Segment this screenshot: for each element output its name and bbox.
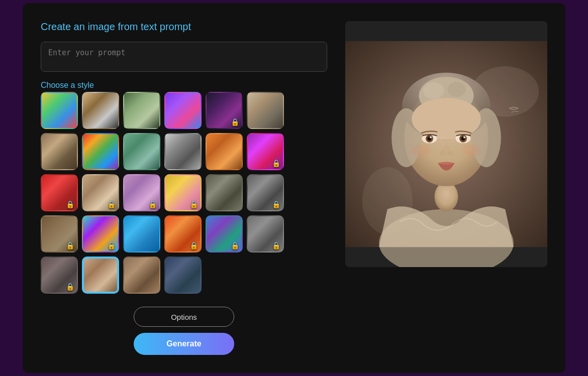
lock-icon-purple-lock: 🔒 <box>272 159 280 167</box>
lock-icon-portrait: 🔒 <box>231 118 239 126</box>
style-tile-colorful[interactable] <box>41 92 78 129</box>
style-tile-smoke[interactable]: 🔒 <box>247 174 284 211</box>
style-tile-red-face[interactable]: 🔒 <box>41 174 78 211</box>
svg-point-23 <box>412 145 430 156</box>
style-tile-bg-colorful <box>42 93 77 128</box>
prompt-input[interactable] <box>41 42 327 72</box>
style-tile-vintage[interactable] <box>247 92 284 129</box>
style-tile-spiral[interactable] <box>164 133 202 170</box>
style-tile-bg-panda <box>83 93 118 128</box>
style-tile-animal[interactable]: 🔒 <box>41 215 78 253</box>
svg-point-11 <box>448 82 466 97</box>
lock-icon-wolf: 🔒 <box>272 241 280 249</box>
options-button[interactable]: Options <box>134 307 234 327</box>
style-tile-flowers[interactable] <box>82 133 119 170</box>
style-tile-bg-face-selected <box>83 258 118 293</box>
svg-point-22 <box>448 151 453 156</box>
style-tile-portrait[interactable]: 🔒 <box>206 92 243 129</box>
left-panel: Create an image from text prompt Choose … <box>41 21 327 355</box>
generate-button[interactable]: Generate <box>134 333 234 355</box>
svg-point-21 <box>440 151 445 156</box>
style-tile-building[interactable] <box>206 174 243 211</box>
style-tile-blue-face[interactable] <box>164 257 202 294</box>
style-tile-bg-dancers <box>124 134 159 169</box>
style-tile-bg-forest <box>124 93 159 128</box>
style-tile-mona[interactable] <box>41 133 78 170</box>
lock-icon-dreamy: 🔒 <box>148 200 157 208</box>
svg-point-12 <box>412 98 480 140</box>
lock-icon-marilyn: 🔒 <box>189 200 198 208</box>
style-tile-bg-robot <box>165 93 201 128</box>
preview-image <box>345 21 547 267</box>
style-tile-robot[interactable] <box>164 92 202 129</box>
style-tile-forest[interactable] <box>123 92 160 129</box>
style-tile-icons[interactable] <box>123 215 160 253</box>
portrait-svg <box>345 21 547 267</box>
style-tile-bg-adventurer <box>124 258 159 293</box>
style-tile-wolf[interactable]: 🔒 <box>247 215 284 253</box>
style-tile-gradient-warm[interactable]: 🔒 <box>164 215 202 253</box>
style-tile-bg-mona <box>42 134 77 169</box>
right-panel <box>345 21 547 355</box>
lock-icon-creature: 🔒 <box>66 283 74 291</box>
buttons-row: Options Generate <box>41 307 327 355</box>
lock-icon-gradient-warm: 🔒 <box>189 241 198 249</box>
style-tile-book[interactable] <box>206 133 243 170</box>
style-tile-purple-lock[interactable]: 🔒 <box>247 133 284 170</box>
lock-icon-woman-sketch: 🔒 <box>107 200 116 208</box>
style-tile-woman-sketch[interactable]: 🔒 <box>82 174 119 211</box>
style-tile-bg-flowers <box>83 134 118 169</box>
svg-point-19 <box>430 137 432 139</box>
lock-icon-neon: 🔒 <box>107 241 116 249</box>
style-tile-bg-book <box>207 134 242 169</box>
style-tile-face-selected[interactable] <box>82 257 119 294</box>
style-tile-panda[interactable] <box>82 92 119 129</box>
style-section-label: Choose a style <box>41 81 327 90</box>
style-tile-bg-blue-face <box>165 258 201 293</box>
style-tile-adventurer[interactable] <box>123 257 160 294</box>
style-tile-bg-icons <box>124 216 159 252</box>
lock-icon-red-face: 🔒 <box>66 200 74 208</box>
style-section: Choose a style 🔒🔒🔒🔒🔒🔒🔒🔒🔒🔒🔒🔒🔒 <box>41 81 327 294</box>
style-tile-gradient-cool[interactable]: 🔒 <box>206 215 243 253</box>
style-tile-creature[interactable]: 🔒 <box>41 257 78 294</box>
lock-icon-gradient-cool: 🔒 <box>231 241 239 249</box>
style-tile-bg-vintage <box>248 93 283 128</box>
svg-point-10 <box>423 82 444 99</box>
lock-icon-animal: 🔒 <box>66 241 74 249</box>
svg-point-4 <box>435 182 458 211</box>
style-tile-neon[interactable]: 🔒 <box>82 215 119 253</box>
style-tile-dreamy[interactable]: 🔒 <box>123 174 160 211</box>
style-tile-dancers[interactable] <box>123 133 160 170</box>
lock-icon-smoke: 🔒 <box>272 200 280 208</box>
svg-point-20 <box>463 137 465 139</box>
main-container: Create an image from text prompt Choose … <box>23 3 565 373</box>
style-tile-marilyn[interactable]: 🔒 <box>164 174 202 211</box>
page-title: Create an image from text prompt <box>41 21 327 33</box>
style-tile-bg-building <box>207 175 242 210</box>
svg-point-24 <box>462 145 481 156</box>
style-tile-bg-spiral <box>165 134 201 169</box>
styles-grid: 🔒🔒🔒🔒🔒🔒🔒🔒🔒🔒🔒🔒🔒 <box>41 92 327 294</box>
